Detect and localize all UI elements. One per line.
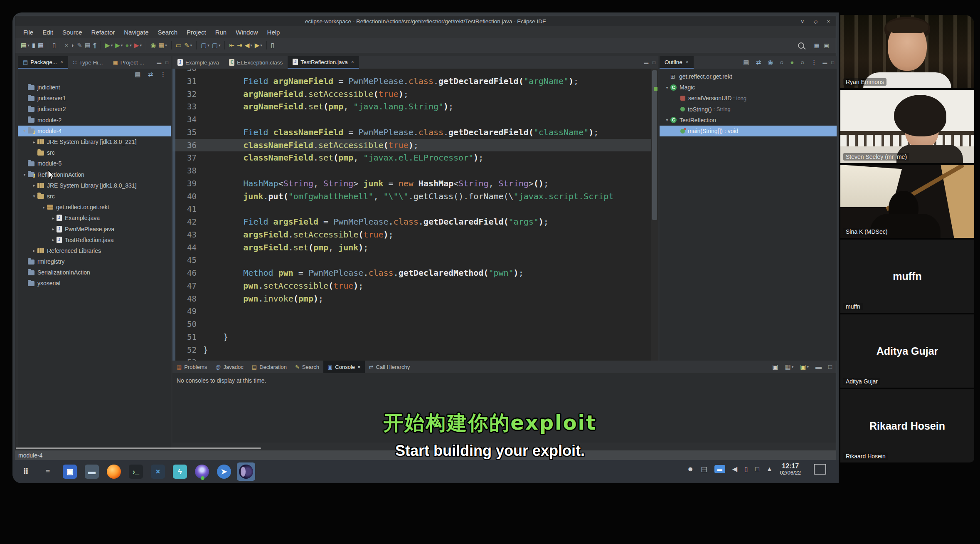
- maximize-button[interactable]: □: [653, 60, 655, 65]
- menu-refactor[interactable]: Refactor: [87, 29, 120, 36]
- menu-search[interactable]: Search: [153, 29, 182, 36]
- navigator-button[interactable]: ➤: [215, 462, 233, 481]
- code-line-34[interactable]: 34: [172, 113, 651, 126]
- code-line-36[interactable]: 36 classNameField.setAccessible(true);: [172, 139, 651, 152]
- tree-item-reflectioninaction[interactable]: ▾ReflectionInAction: [18, 169, 171, 180]
- preferences-button[interactable]: ≡: [39, 462, 57, 481]
- code-line-52[interactable]: 52}: [172, 344, 651, 356]
- view-menu-button[interactable]: ⋮: [160, 69, 166, 79]
- code-line-53[interactable]: 53: [172, 356, 651, 361]
- code-editor[interactable]: 3031 Field argNameField = PwnMePlease.cl…: [172, 69, 651, 361]
- display-icon[interactable]: □: [755, 465, 759, 473]
- tree-item-jndiserver2[interactable]: jndiserver2: [18, 104, 171, 114]
- chromium-button[interactable]: [193, 462, 211, 481]
- close-icon[interactable]: ×: [351, 59, 354, 65]
- chevron-right-icon[interactable]: ▸: [50, 237, 57, 242]
- collapse-all-button[interactable]: ▤: [743, 57, 749, 67]
- tree-item-jre-system-library-jdk1-8-0-221[interactable]: ▸JRE System Library [jdk1.8.0_221]: [18, 136, 171, 147]
- volume-icon[interactable]: ◀: [732, 465, 737, 473]
- chevron-down-icon[interactable]: ▾: [664, 118, 670, 122]
- chat-icon[interactable]: ▬: [714, 465, 725, 473]
- outline-item-main-string-void[interactable]: main(String[]) : void: [660, 126, 837, 136]
- chevron-right-icon[interactable]: ▸: [31, 140, 37, 144]
- search-icon[interactable]: [798, 42, 804, 49]
- code-line-30[interactable]: 30: [172, 69, 651, 75]
- last-edit-button[interactable]: ⇤: [229, 40, 234, 50]
- code-line-43[interactable]: 43 argsField.setAccessible(true);: [172, 228, 651, 241]
- dropdown-caret-icon[interactable]: ▾: [130, 43, 132, 47]
- horizontal-scrollbar[interactable]: [16, 448, 261, 449]
- dropdown-caret-icon[interactable]: ▾: [260, 43, 262, 47]
- outline-item-magic[interactable]: ▾Magic: [660, 82, 837, 93]
- console-tab-javadoc[interactable]: @Javadoc: [211, 361, 248, 373]
- console-tab-search[interactable]: ✎Search: [291, 361, 323, 373]
- new-wizard-button[interactable]: ▤▾: [21, 40, 30, 50]
- maximize-button[interactable]: □: [831, 60, 834, 65]
- tree-item-serializationinaction[interactable]: SerializationInAction: [18, 267, 171, 278]
- code-line-32[interactable]: 32 argNameField.setAccessible(true);: [172, 88, 651, 101]
- chevron-down-icon[interactable]: ▾: [40, 205, 47, 210]
- minimize-button[interactable]: ▬: [822, 60, 827, 65]
- new-package-button[interactable]: ▦▾: [158, 40, 167, 50]
- code-line-50[interactable]: 50: [172, 318, 651, 331]
- dropdown-caret-icon[interactable]: ▾: [190, 43, 192, 47]
- code-line-48[interactable]: 48 pwn.invoke(pmp);: [172, 292, 651, 305]
- forward-button[interactable]: ▶▾: [255, 40, 262, 50]
- participant-aditya-gujar[interactable]: Aditya GujarAditya Gujar: [840, 314, 974, 388]
- chevron-down-icon[interactable]: ▾: [31, 194, 37, 198]
- collapse-all-button[interactable]: ▤: [135, 69, 140, 79]
- accessibility-icon[interactable]: ☻: [687, 465, 694, 473]
- code-line-40[interactable]: 40 junk.put("omfgwhatthehell", "\"\".get…: [172, 190, 651, 203]
- display-console-button[interactable]: ▦▾: [785, 362, 794, 372]
- console-tab-console[interactable]: ▣Console×: [323, 361, 365, 373]
- tree-item-rmiregistry[interactable]: rmiregistry: [18, 256, 171, 267]
- outline-item-serialversionuid[interactable]: serialVersionUID: long: [660, 93, 837, 104]
- minimize-button[interactable]: ▬: [157, 60, 161, 65]
- tree-item-src[interactable]: src: [18, 147, 171, 158]
- debug-last-button[interactable]: ▶▾: [105, 40, 113, 50]
- minimize-button[interactable]: ▬: [815, 362, 822, 372]
- notes-icon[interactable]: ▤: [701, 465, 707, 473]
- editor-scrollbar-thumb[interactable]: [652, 70, 657, 220]
- maximize-button[interactable]: □: [165, 60, 168, 65]
- tree-item-referenced-libraries[interactable]: ▸Referenced Libraries: [18, 245, 171, 256]
- editor-tab-testreflection-java[interactable]: TestReflection.java×: [288, 56, 359, 69]
- hide-static-button[interactable]: ●: [790, 57, 794, 67]
- code-editor-button[interactable]: ×: [149, 462, 167, 481]
- tree-item-src[interactable]: ▾src: [18, 191, 171, 202]
- tab-package[interactable]: ▤Package...×: [18, 56, 68, 69]
- tray-expand-icon[interactable]: ▲: [766, 465, 773, 473]
- show-desktop-button[interactable]: [814, 464, 826, 475]
- minimize-button[interactable]: ▬: [644, 60, 648, 65]
- pin-editor-button[interactable]: ▢▾: [201, 40, 209, 50]
- editor-scrollbar[interactable]: [651, 69, 658, 361]
- open-task-button[interactable]: ▭: [176, 40, 182, 50]
- close-icon[interactable]: ×: [357, 364, 361, 370]
- console-tab-declaration[interactable]: ▤Declaration: [248, 361, 291, 373]
- menu-navigate[interactable]: Navigate: [119, 29, 153, 36]
- participant-ryan-emmons[interactable]: Ryan Emmons: [840, 15, 974, 88]
- code-line-42[interactable]: 42 Field argsField = PwnMePlease.class.g…: [172, 215, 651, 228]
- tab-type-hi[interactable]: ∷Type Hi...: [68, 56, 108, 69]
- tree-item-ysoserial[interactable]: ysoserial: [18, 278, 171, 289]
- dropdown-caret-icon[interactable]: ▾: [140, 43, 142, 47]
- tree-item-get-reflect-or-get-rekt[interactable]: ▾get.reflect.or.get.rekt: [18, 202, 171, 213]
- dropdown-caret-icon[interactable]: ▾: [807, 365, 809, 369]
- new-console-button[interactable]: ▣▾: [800, 362, 809, 372]
- code-line-46[interactable]: 46 Method pwn = PwnMePlease.class.getDec…: [172, 267, 651, 279]
- open-element-button[interactable]: ✎▾: [184, 40, 192, 50]
- tab-outline[interactable]: Outline×: [660, 56, 694, 69]
- menu-file[interactable]: File: [19, 29, 38, 36]
- power-tool-button[interactable]: ϟ: [171, 462, 189, 481]
- feedback-button[interactable]: ◗: [71, 40, 74, 50]
- dropdown-caret-icon[interactable]: ▾: [207, 43, 209, 47]
- dropdown-caret-icon[interactable]: ▾: [792, 365, 794, 369]
- dropdown-caret-icon[interactable]: ▾: [219, 43, 221, 47]
- close-icon[interactable]: ×: [686, 59, 689, 65]
- tree-item-module-4[interactable]: ▾module-4: [18, 126, 171, 136]
- code-line-38[interactable]: 38: [172, 164, 651, 177]
- mark-occurrences-button[interactable]: ¶: [93, 40, 96, 50]
- maximize-button[interactable]: ◇: [813, 18, 817, 25]
- tree-item-example-java[interactable]: ▸Example.java: [18, 213, 171, 223]
- code-line-35[interactable]: 35 Field classNameField = PwnMePlease.cl…: [172, 126, 651, 139]
